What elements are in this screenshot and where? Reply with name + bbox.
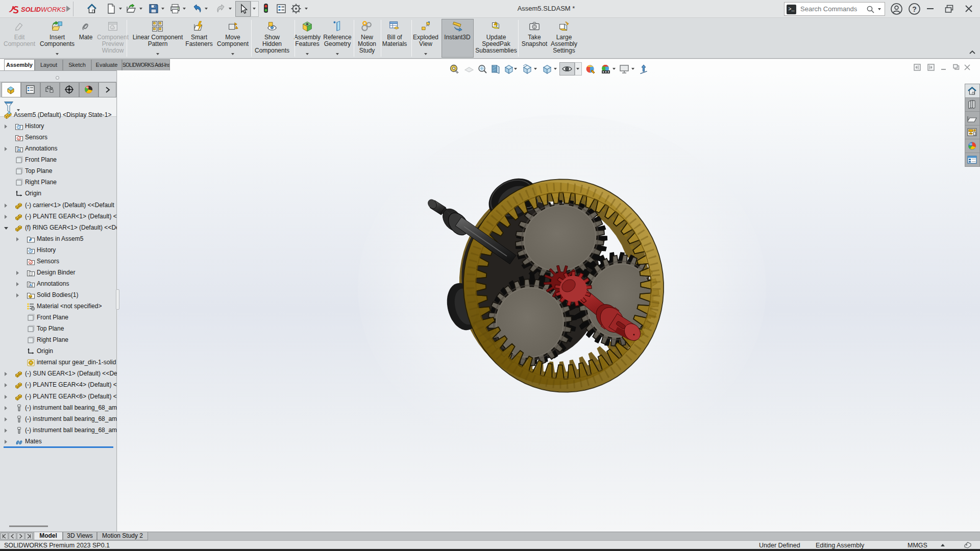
svg-text:A: A — [17, 147, 20, 152]
svg-text:A: A — [29, 283, 32, 287]
svg-text:SOLIDWORKS: SOLIDWORKS — [21, 6, 66, 13]
svg-text:?: ? — [912, 5, 917, 13]
